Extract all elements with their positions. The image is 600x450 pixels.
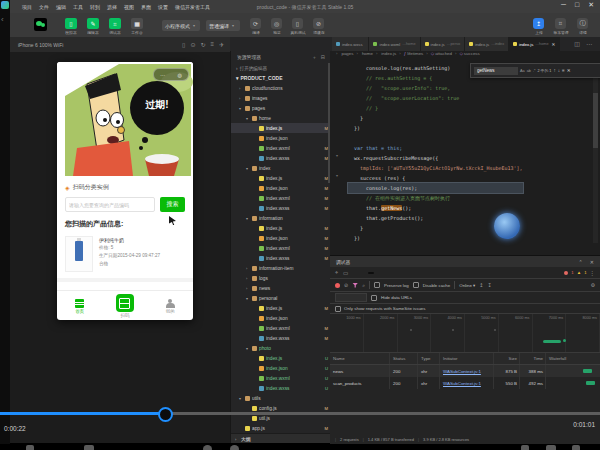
toolbar-right-button[interactable]: ↥ 上传 — [529, 18, 548, 35]
toolbar-right-button[interactable]: ⌗ 版本管理 — [551, 18, 570, 35]
close-find-icon[interactable]: ✕ — [567, 68, 571, 73]
breadcrumb-item[interactable]: ◇ attached — [426, 51, 452, 56]
player-control-icon[interactable] — [26, 445, 34, 450]
more-actions-icon[interactable]: ⋯ — [586, 40, 592, 47]
player-control-icon[interactable] — [572, 445, 580, 450]
mode-dropdown[interactable]: 小程序模式▾ — [162, 20, 200, 31]
tree-item[interactable]: › news — [231, 283, 331, 293]
video-progress-knob[interactable] — [158, 407, 173, 422]
menu-item[interactable]: 工具 — [73, 4, 83, 10]
capsule-close-icon[interactable]: ◎ — [177, 72, 181, 78]
close-icon[interactable]: ✕ — [588, 1, 594, 9]
editor-scrollbar[interactable] — [593, 63, 598, 243]
menu-item[interactable]: 视图 — [124, 4, 134, 10]
editor-tab[interactable]: index.js …home ✕ — [509, 37, 560, 51]
tree-item[interactable]: index.wxml M — [231, 243, 331, 253]
inspect-icon[interactable]: ⌖ — [335, 269, 338, 276]
tree-item[interactable]: index.js M — [231, 173, 331, 183]
editor-tab[interactable]: index.js …index ✕ — [465, 37, 509, 51]
tree-item[interactable]: app.js M — [231, 423, 331, 433]
network-table-header[interactable]: Name Status Type Initiator Size Time Wat… — [330, 353, 600, 365]
player-control-icon[interactable] — [546, 445, 556, 450]
breadcrumb-item[interactable]: home — [356, 51, 372, 56]
preserve-log-checkbox[interactable] — [374, 282, 380, 288]
tree-item[interactable]: index.wxss M — [231, 153, 331, 163]
tree-item[interactable]: index.json M — [231, 233, 331, 243]
tree-item[interactable]: index.json — [231, 133, 331, 143]
breadcrumb-item[interactable]: pages — [336, 51, 353, 56]
player-control-icon[interactable] — [84, 445, 94, 450]
find-input[interactable] — [474, 67, 518, 75]
tree-item[interactable]: › 大纲 — [231, 433, 331, 443]
tree-item[interactable]: index.js M — [231, 123, 331, 133]
tree-item[interactable]: index.wxml M — [231, 193, 331, 203]
gear-icon[interactable]: ⚙ — [591, 282, 595, 288]
fold-icon[interactable]: ▾ — [336, 173, 338, 178]
filter-funnel-icon[interactable] — [352, 283, 358, 288]
menu-item[interactable]: 项目 — [22, 4, 32, 10]
collapse-icon[interactable]: ⊟ — [321, 54, 325, 60]
menu-item[interactable]: 文件 — [39, 4, 49, 10]
tree-item[interactable]: index.wxss M — [231, 203, 331, 213]
project-root[interactable]: ▾ PRODUCT_CODE — [231, 73, 331, 83]
breadcrumb-item[interactable]: index.js — [376, 51, 396, 56]
device-toolbar-icon[interactable]: ▭ — [343, 270, 348, 276]
fold-icon[interactable]: ▾ — [336, 153, 338, 158]
network-timeline[interactable]: 1000 ms2000 ms3000 ms4000 ms5000 ms6000 … — [330, 314, 600, 353]
minimize-icon[interactable]: ─ — [561, 1, 566, 9]
tree-item[interactable]: index.wxss U — [231, 383, 331, 393]
code-editor[interactable]: ▾ ▾ console.log(res.authSetting) // res.… — [330, 51, 600, 255]
view-toggle-button[interactable]: ⌗ 调试器 — [106, 18, 124, 35]
tree-item[interactable]: index.js M — [231, 223, 331, 233]
tab-close-icon[interactable]: ✕ — [552, 42, 556, 47]
prev-match-icon[interactable]: ↑ — [553, 68, 555, 73]
import-har-icon[interactable]: ↥ — [479, 282, 483, 288]
tree-item[interactable]: ▾ pages — [231, 103, 331, 113]
find-option-toggle[interactable]: Aa — [520, 69, 525, 73]
editor-tab[interactable]: index.wxml …home ✕ — [369, 37, 420, 51]
simulator-tool-icon[interactable]: ⊙ — [190, 41, 195, 48]
player-control-icon[interactable] — [521, 445, 529, 450]
tree-item[interactable]: ▾ information — [231, 213, 331, 223]
menu-item[interactable]: 界面 — [141, 4, 151, 10]
tab-home[interactable]: 首页 — [57, 291, 102, 320]
simulator-tool-icon[interactable]: ✈ — [219, 41, 224, 48]
tree-item[interactable]: index.wxml U — [231, 373, 331, 383]
more-icon[interactable]: ⋯ — [160, 72, 165, 78]
initiator-link[interactable]: WASubContext.js:1 — [443, 369, 481, 374]
wechat-avatar[interactable] — [34, 18, 47, 31]
breadcrumb-item[interactable]: ƒ lifetimes — [399, 51, 423, 56]
search-button[interactable]: 搜索 — [160, 197, 185, 212]
menu-item[interactable]: 转到 — [90, 4, 100, 10]
tree-item[interactable]: ▾ utils — [231, 393, 331, 403]
breadcrumb-item[interactable]: ◇ success — [455, 51, 480, 56]
samesite-checkbox[interactable] — [335, 306, 341, 312]
toolbar-action-button[interactable]: ▯ 真机调试 — [288, 18, 307, 35]
maximize-icon[interactable]: □ — [575, 1, 579, 9]
view-toggle-button[interactable]: ▯ 模拟器 — [62, 18, 80, 35]
view-toggle-button[interactable]: ✎ 编辑器 — [84, 18, 102, 35]
wechat-capsule[interactable]: ⋯ ◎ — [153, 68, 189, 81]
collapse-panel-icon[interactable]: ⌃ — [579, 259, 583, 265]
tree-item[interactable]: index.json M — [231, 183, 331, 193]
tree-item[interactable]: › information-item — [231, 263, 331, 273]
compile-mode-dropdown[interactable]: 普通编译▾ — [206, 20, 240, 31]
find-option-toggle[interactable]: .* — [533, 69, 536, 73]
toolbar-action-button[interactable]: ⟳ 编译 — [246, 18, 265, 35]
new-file-icon[interactable]: ＋ — [312, 54, 317, 60]
tree-item[interactable]: ▾ home — [231, 113, 331, 123]
export-har-icon[interactable]: ↧ — [487, 282, 491, 288]
tab-mine[interactable]: 我的 — [148, 291, 193, 320]
tree-item[interactable]: ▾ index — [231, 163, 331, 173]
hide-data-urls-checkbox[interactable] — [371, 295, 377, 301]
close-panel-icon[interactable]: ✕ — [590, 259, 594, 265]
player-control-icon[interactable] — [203, 445, 212, 450]
toolbar-right-button[interactable]: ⓘ 详情 — [573, 18, 592, 35]
tree-item[interactable]: index.js U — [231, 353, 331, 363]
menu-item[interactable]: 选择 — [107, 4, 117, 10]
request-row[interactable]: news 200 xhr WASubContext.js:1 875 B 388… — [330, 365, 600, 377]
tree-item[interactable]: index.wxml M — [231, 323, 331, 333]
player-control-icon[interactable] — [230, 445, 239, 450]
back-icon[interactable]: ‹ — [1, 16, 4, 24]
tree-item[interactable]: › images — [231, 93, 331, 103]
